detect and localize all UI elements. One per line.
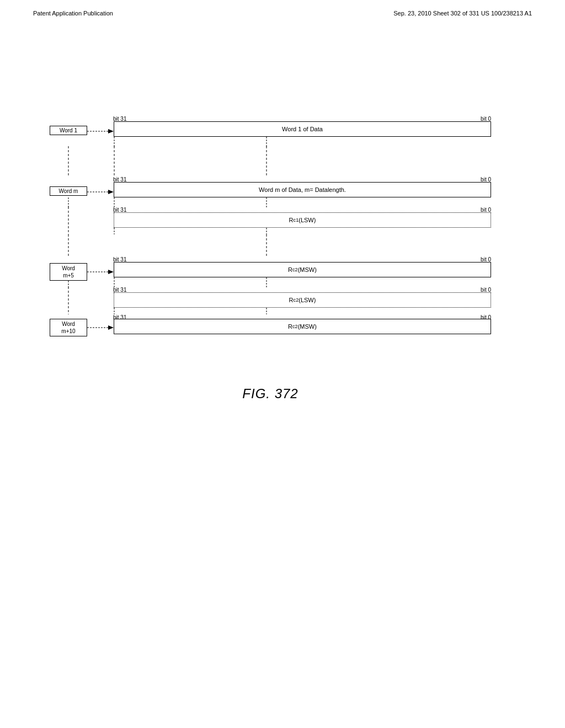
vdash-left-gap1 [68, 146, 69, 176]
gap-1 [50, 146, 491, 176]
vdash-box-m [114, 197, 115, 207]
data-box-1: Word 1 of Data [114, 121, 491, 137]
word-label-m: Word m [50, 186, 87, 196]
svg-marker-1 [108, 129, 114, 133]
vdash-center-1 [114, 137, 115, 147]
diagram-container: bit 31 bit 0 Word 1 Word 1 of Data [50, 116, 491, 402]
word-label-1: Word 1 [50, 126, 87, 135]
data-box-lsw2: Rc2(LSW) [114, 292, 491, 308]
data-box-m: Word m of Data, m= Datalength. [114, 182, 491, 197]
vdash-box-m5 [114, 277, 115, 287]
row-lsw1: bit 31 bit 0 Rc1(LSW) [50, 207, 491, 234]
row-wordm: bit 31 bit 0 Word m Word m of Data, m= D… [50, 176, 491, 207]
vdash-box-gap1 [114, 146, 115, 176]
vdash-mid-gap2 [266, 234, 267, 256]
data-box-m10: Rc2(MSW) [114, 319, 491, 334]
vdash-mid-m [266, 197, 267, 207]
arrow-m [87, 189, 115, 195]
data-box-lsw1: Rc1(LSW) [114, 212, 491, 228]
row-m5: bit 31 bit 0 Wordm+5 Rc2(MSW) [50, 256, 491, 287]
vdash-box-lsw1 [114, 228, 115, 234]
vdash-left-lsw2 [68, 287, 69, 314]
row-m10: bit 31 bit 0 Wordm+10 Rc2(MSW) [50, 314, 491, 342]
data-box-m5: Rc2(MSW) [114, 262, 491, 277]
vdash-left-gap2 [68, 234, 69, 256]
header-right: Sep. 23, 2010 Sheet 302 of 331 US 100/23… [393, 10, 532, 17]
vdash-mid-m5 [266, 277, 267, 287]
header-left: Patent Application Publication [33, 10, 113, 17]
vdash-left-lsw1 [68, 207, 69, 234]
gap-2 [50, 234, 491, 256]
figure-label: FIG. 372 [50, 386, 491, 402]
svg-marker-8 [108, 190, 114, 194]
arrow-m5 [87, 269, 115, 275]
word-label-m5: Wordm+5 [50, 263, 87, 281]
row-lsw2: bit 31 bit 0 Rc2(LSW) [50, 287, 491, 314]
word-label-m10: Wordm+10 [50, 319, 87, 336]
vdash-mid-lsw1 [266, 228, 267, 234]
vdash-mid-gap1 [266, 146, 267, 176]
svg-marker-26 [108, 325, 114, 330]
page-header: Patent Application Publication Sep. 23, … [0, 0, 565, 17]
arrow-m10 [87, 324, 115, 331]
svg-marker-18 [108, 270, 114, 274]
vdash-mid-1 [266, 137, 267, 147]
row-word1: bit 31 bit 0 Word 1 Word 1 of Data [50, 116, 491, 146]
vdash-left-m [68, 197, 69, 207]
vdash-box-lsw2 [114, 308, 115, 314]
vdash-mid-lsw2 [266, 308, 267, 314]
arrow-1 [87, 128, 115, 135]
